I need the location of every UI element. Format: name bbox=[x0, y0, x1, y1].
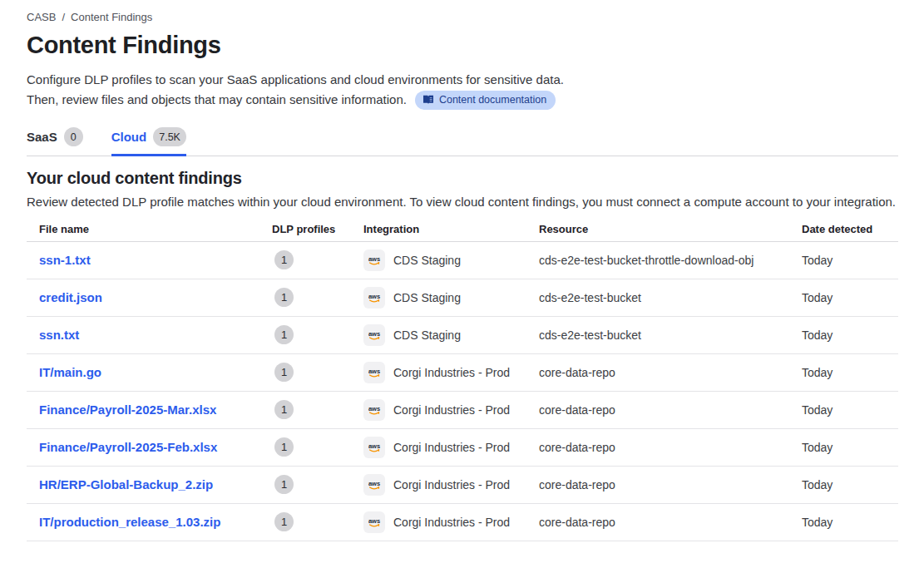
dlp-profile-count-badge: 1 bbox=[274, 400, 294, 419]
svg-text:aws: aws bbox=[368, 329, 380, 337]
resource-name: cds-e2e-test-bucket-throttle-download-ob… bbox=[539, 254, 754, 267]
page-description-line1: Configure DLP profiles to scan your SaaS… bbox=[27, 70, 898, 90]
resource-name: core-data-repo bbox=[539, 366, 615, 379]
table-row: Finance/Payroll-2025-Feb.xlsx 1 aws Corg… bbox=[27, 428, 898, 466]
tab-saas[interactable]: SaaS 0 bbox=[27, 127, 83, 156]
svg-text:aws: aws bbox=[368, 254, 380, 262]
table-header-row: File name DLP profiles Integration Resou… bbox=[27, 218, 898, 241]
svg-text:aws: aws bbox=[368, 442, 380, 449]
resource-name: core-data-repo bbox=[539, 441, 615, 454]
tab-bar: SaaS 0 Cloud 7.5K bbox=[27, 127, 898, 156]
table-body: ssn-1.txt 1 aws CDS Staging cds-e2e-test… bbox=[27, 241, 898, 541]
aws-icon: aws bbox=[363, 474, 385, 496]
section-title: Your cloud content findings bbox=[27, 169, 898, 188]
file-name-link[interactable]: Finance/Payroll-2025-Feb.xlsx bbox=[39, 440, 217, 454]
dlp-profile-count-badge: 1 bbox=[274, 475, 294, 494]
date-detected: Today bbox=[802, 366, 833, 379]
aws-icon: aws bbox=[363, 362, 385, 383]
tab-cloud-label: Cloud bbox=[111, 130, 147, 144]
table-row: HR/ERP-Global-Backup_2.zip 1 aws Corgi I… bbox=[27, 466, 898, 503]
page-description: Configure DLP profiles to scan your SaaS… bbox=[27, 70, 898, 110]
page-title: Content Findings bbox=[27, 32, 898, 59]
aws-icon: aws bbox=[363, 287, 385, 309]
integration-name: Corgi Industries - Prod bbox=[393, 366, 510, 379]
svg-text:aws: aws bbox=[368, 516, 380, 524]
column-header-integration: Integration bbox=[363, 218, 539, 241]
table-row: credit.json 1 aws CDS Staging cds-e2e-te… bbox=[27, 279, 898, 316]
integration-name: Corgi Industries - Prod bbox=[393, 441, 510, 454]
aws-icon: aws bbox=[363, 399, 385, 421]
content-documentation-label: Content documentation bbox=[439, 90, 546, 110]
findings-table: File name DLP profiles Integration Resou… bbox=[27, 218, 898, 541]
aws-icon: aws bbox=[363, 437, 385, 458]
content-documentation-badge[interactable]: Content documentation bbox=[415, 91, 556, 110]
integration-name: CDS Staging bbox=[393, 254, 461, 267]
page-description-line2: Then, review files and objects that may … bbox=[27, 90, 407, 110]
table-row: ssn-1.txt 1 aws CDS Staging cds-e2e-test… bbox=[27, 241, 898, 279]
column-header-file-name: File name bbox=[27, 218, 272, 241]
table-row: ssn.txt 1 aws CDS Staging cds-e2e-test-b… bbox=[27, 316, 898, 353]
date-detected: Today bbox=[802, 254, 833, 267]
integration-name: Corgi Industries - Prod bbox=[393, 403, 510, 417]
table-row: Finance/Payroll-2025-Mar.xlsx 1 aws Corg… bbox=[27, 391, 898, 428]
table-row: IT/production_release_1.03.zip 1 aws Cor… bbox=[27, 503, 898, 541]
aws-icon: aws bbox=[363, 324, 385, 346]
column-header-resource: Resource bbox=[539, 218, 802, 241]
dlp-profile-count-badge: 1 bbox=[274, 512, 294, 531]
column-header-dlp-profiles: DLP profiles bbox=[272, 218, 363, 241]
resource-name: core-data-repo bbox=[539, 403, 615, 417]
dlp-profile-count-badge: 1 bbox=[274, 325, 294, 344]
integration-name: Corgi Industries - Prod bbox=[393, 516, 510, 529]
resource-name: core-data-repo bbox=[539, 478, 615, 491]
svg-text:aws: aws bbox=[368, 479, 380, 486]
file-name-link[interactable]: ssn-1.txt bbox=[39, 253, 91, 267]
date-detected: Today bbox=[802, 403, 833, 417]
resource-name: cds-e2e-test-bucket bbox=[539, 291, 641, 304]
date-detected: Today bbox=[802, 516, 833, 529]
svg-text:aws: aws bbox=[368, 404, 380, 412]
integration-name: CDS Staging bbox=[393, 291, 461, 304]
date-detected: Today bbox=[802, 478, 833, 491]
svg-text:aws: aws bbox=[368, 292, 380, 299]
tab-cloud[interactable]: Cloud 7.5K bbox=[111, 127, 186, 156]
file-name-link[interactable]: HR/ERP-Global-Backup_2.zip bbox=[39, 477, 213, 491]
resource-name: core-data-repo bbox=[539, 516, 615, 529]
aws-icon: aws bbox=[363, 511, 385, 533]
date-detected: Today bbox=[802, 291, 833, 304]
date-detected: Today bbox=[802, 441, 833, 454]
dlp-profile-count-badge: 1 bbox=[274, 363, 294, 382]
dlp-profile-count-badge: 1 bbox=[274, 437, 294, 457]
aws-icon: aws bbox=[363, 249, 385, 271]
date-detected: Today bbox=[802, 328, 833, 342]
file-name-link[interactable]: ssn.txt bbox=[39, 328, 79, 342]
section-description: Review detected DLP profile matches with… bbox=[27, 192, 898, 212]
dlp-profile-count-badge: 1 bbox=[274, 250, 294, 269]
tab-saas-count-badge: 0 bbox=[64, 127, 83, 146]
table-row: IT/main.go 1 aws Corgi Industries - Prod… bbox=[27, 353, 898, 391]
content-findings-page: CASB / Content Findings Content Findings… bbox=[0, 0, 924, 541]
book-icon bbox=[422, 95, 434, 105]
file-name-link[interactable]: IT/main.go bbox=[39, 365, 101, 379]
dlp-profile-count-badge: 1 bbox=[274, 288, 294, 307]
file-name-link[interactable]: credit.json bbox=[39, 290, 102, 304]
breadcrumb-casb-link[interactable]: CASB bbox=[27, 11, 56, 23]
tab-cloud-count-badge: 7.5K bbox=[153, 127, 186, 146]
breadcrumb: CASB / Content Findings bbox=[27, 11, 898, 23]
svg-text:aws: aws bbox=[368, 367, 380, 374]
breadcrumb-current: Content Findings bbox=[71, 11, 152, 23]
integration-name: CDS Staging bbox=[393, 328, 461, 342]
breadcrumb-separator: / bbox=[62, 11, 65, 23]
resource-name: cds-e2e-test-bucket bbox=[539, 328, 641, 342]
file-name-link[interactable]: Finance/Payroll-2025-Mar.xlsx bbox=[39, 402, 216, 417]
file-name-link[interactable]: IT/production_release_1.03.zip bbox=[39, 515, 220, 529]
tab-saas-label: SaaS bbox=[27, 130, 57, 144]
integration-name: Corgi Industries - Prod bbox=[393, 478, 510, 491]
column-header-date-detected: Date detected bbox=[802, 218, 898, 241]
